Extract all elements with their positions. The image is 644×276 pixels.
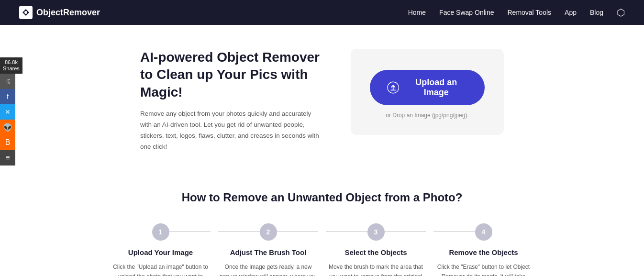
hero-title: AI-powered Object Remover to Clean up Yo… (140, 49, 322, 101)
step-1-desc: Click the "Upload an image" button to up… (111, 262, 211, 276)
discord-icon[interactable]: ⬡ (617, 7, 625, 18)
step-4: 4 Remove the Objects Click the "Erase" b… (430, 223, 537, 276)
step-3-circle: 3 (367, 223, 385, 241)
hero-section: AI-powered Object Remover to Clean up Yo… (35, 25, 609, 172)
buffer-share-button[interactable]: ≡ (0, 150, 15, 166)
line-right-1 (169, 232, 211, 232)
nav-links: Home Face Swap Online Removal Tools App … (408, 7, 625, 18)
step-3-title: Select the Objects (344, 248, 407, 256)
logo-icon (19, 6, 33, 19)
logo-text: ObjectRemover (36, 8, 100, 18)
nav-blog[interactable]: Blog (590, 9, 603, 16)
step-1-title: Upload Your Image (128, 248, 193, 256)
step-1: 1 Upload Your Image Click the "Upload an… (107, 223, 214, 276)
share-count: 86.8k Shares (0, 57, 22, 74)
hero-description: Remove any object from your photos quick… (140, 109, 322, 153)
step-4-circle: 4 (475, 223, 492, 241)
step-2-desc: Once the image gets ready, a new pop-up … (218, 262, 318, 276)
step-3: 3 Select the Objects Move the brush to m… (322, 223, 430, 276)
facebook-share-button[interactable]: f (0, 89, 15, 104)
blogger-share-button[interactable]: B (0, 135, 15, 150)
line-left-3 (326, 232, 367, 232)
step-2-circle: 2 (260, 223, 277, 241)
step-2: 2 Adjust The Brush Tool Once the image g… (214, 223, 322, 276)
line-right-3 (385, 232, 426, 232)
step-3-header: 3 (326, 223, 426, 241)
line-left-1 (111, 232, 152, 232)
line-right-2 (277, 232, 319, 232)
step-4-header: 4 (433, 223, 533, 241)
twitter-share-button[interactable]: ✕ (0, 104, 15, 120)
step-2-header: 2 (218, 223, 318, 241)
navbar: ObjectRemover Home Face Swap Online Remo… (0, 0, 644, 25)
upload-icon (387, 81, 399, 94)
line-left-4 (433, 232, 475, 232)
logo[interactable]: ObjectRemover (19, 6, 100, 19)
drop-hint: or Drop an Image (jpg/png/jpeg). (386, 112, 468, 119)
nav-removal-tools[interactable]: Removal Tools (507, 9, 551, 16)
step-2-title: Adjust The Brush Tool (230, 248, 307, 256)
step-1-header: 1 (111, 223, 211, 241)
print-share-button[interactable]: 🖨 (0, 74, 15, 89)
nav-home[interactable]: Home (408, 9, 426, 16)
how-to-title: How to Remove an Unwanted Object from a … (19, 191, 625, 204)
upload-card: Upload an Image or Drop an Image (jpg/pn… (351, 49, 504, 135)
social-share-sidebar: 86.8k Shares 🖨 f ✕ 👽 B ≡ (0, 57, 22, 166)
nav-app[interactable]: App (565, 9, 577, 16)
how-to-section: How to Remove an Unwanted Object from a … (0, 172, 644, 276)
reddit-share-button[interactable]: 👽 (0, 120, 15, 135)
step-4-title: Remove the Objects (449, 248, 518, 256)
hero-text: AI-powered Object Remover to Clean up Yo… (140, 49, 322, 153)
step-3-desc: Move the brush to mark the area that you… (326, 262, 426, 276)
steps-row: 1 Upload Your Image Click the "Upload an… (107, 223, 537, 276)
line-left-2 (218, 232, 260, 232)
svg-point-0 (24, 11, 27, 14)
nav-face-swap[interactable]: Face Swap Online (439, 9, 494, 16)
upload-button[interactable]: Upload an Image (370, 70, 485, 105)
step-4-desc: Click the "Erase" button to let Object R… (433, 262, 533, 276)
line-right-4 (492, 232, 534, 232)
step-1-circle: 1 (152, 223, 169, 241)
page-wrapper: AI-powered Object Remover to Clean up Yo… (0, 0, 644, 276)
